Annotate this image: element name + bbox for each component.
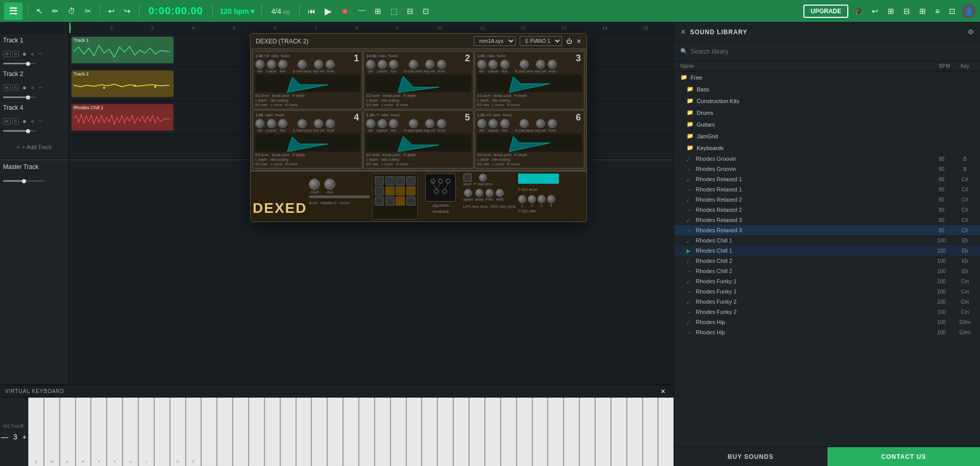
pad-10[interactable] [385,197,395,206]
sl-settings-icon[interactable]: ⚙ [968,28,974,36]
key-b4[interactable] [233,398,249,466]
key-c7[interactable] [469,398,485,466]
list-item[interactable]: ♩ Rhodes Relaxed 2 90 C# [674,194,980,205]
op-5-det[interactable] [366,119,375,128]
op-4-level[interactable] [326,119,335,128]
level-slider[interactable] [309,195,370,198]
peg-2-knob[interactable] [528,195,536,203]
list-item[interactable]: ♩ Rhodes Funky 1 100 Cm [674,276,980,286]
peg-1-knob[interactable] [518,195,526,203]
op-2-amod[interactable] [409,60,418,69]
op-4-det[interactable] [255,119,264,128]
user-avatar[interactable]: 👤 [962,4,976,18]
key-a5[interactable] [327,398,343,466]
tool-edit[interactable]: ⊟ [404,5,416,18]
track-2-wave[interactable]: 〰 [37,85,44,91]
folder-bass[interactable]: 📁 Bass [674,83,980,95]
track-2-solo[interactable]: S [12,84,19,91]
redo-button[interactable]: ↪ [121,5,134,18]
key-g3[interactable]: T [91,398,107,466]
list-item[interactable]: ▶ Rhodes Chill 1 100 Eb [674,246,980,256]
pad-11[interactable] [396,197,405,206]
scissors-tool[interactable]: ✂ [82,5,94,18]
history-tool[interactable]: ⏱ [65,5,79,17]
key-g7[interactable] [532,398,548,466]
track-1-mute[interactable]: M [3,51,11,57]
contact-us-button[interactable]: CONTACT US [827,447,980,466]
pad-4[interactable] [406,176,415,185]
key-d8[interactable] [595,398,611,466]
icon-layout3[interactable]: ⊞ [916,5,929,18]
key-e7[interactable] [501,398,517,466]
op-6-coarse[interactable] [488,119,498,128]
track-2-clip[interactable]: Track 2 [71,70,174,97]
sl-close-icon[interactable]: ✕ [680,28,686,36]
tool-extra[interactable]: ⊡ [420,5,432,18]
key-e6[interactable] [390,398,406,466]
track-2-settings[interactable]: ≡ [30,85,35,91]
reso-knob[interactable] [324,179,335,190]
track-1-wave[interactable]: 〰 [37,51,44,57]
search-input[interactable] [691,48,974,55]
op-3-level[interactable] [548,60,557,69]
transport-record[interactable]: ⏺ [338,5,352,17]
time-sig-display[interactable]: 4/4 sig [271,7,289,15]
lfo-delay-knob[interactable] [475,189,483,197]
op-1-fine[interactable] [278,60,287,69]
vk-close[interactable]: ✕ [657,386,669,397]
tool-wave[interactable]: 〰 [355,5,369,17]
op-6-level[interactable] [548,119,557,128]
peg-3-knob[interactable] [537,195,546,203]
list-item[interactable]: → Rhodes Relaxed 2 90 C# [674,205,980,215]
pad-7[interactable] [396,186,405,195]
key-e5[interactable] [280,398,296,466]
pad-2[interactable] [385,176,395,185]
track-4-solo[interactable]: S [12,118,19,125]
list-item[interactable]: ♩ Rhodes Relaxed 1 90 C# [674,174,980,184]
amd-knob[interactable] [496,189,504,197]
bpm-display[interactable]: 120 bpm ▾ [220,7,255,15]
master-volume[interactable] [3,180,44,182]
op-4-amod[interactable] [298,119,307,128]
op-1-level[interactable] [326,60,335,69]
op-2-fine[interactable] [389,60,398,69]
op-5-coarse[interactable] [378,119,387,128]
icon-layout2[interactable]: ⊟ [900,5,913,18]
buy-sounds-button[interactable]: BUY SOUNDS [674,447,827,466]
track-1-solo[interactable]: S [12,51,19,57]
op-5-fine[interactable] [389,119,398,128]
op-5-keyvel[interactable] [425,119,434,128]
pencil-tool[interactable]: ✏ [49,5,62,18]
op-4-fine[interactable] [278,119,287,128]
op-3-fine[interactable] [500,60,509,69]
key-f8[interactable] [627,398,643,466]
op-3-amod[interactable] [520,60,529,69]
icon-share[interactable]: ↩ [869,5,881,18]
icon-learn[interactable]: 🎓 [851,5,866,17]
key-f4[interactable]: P [186,398,202,466]
op-2-level[interactable] [437,60,446,69]
icon-mixer[interactable]: ≡ [932,5,943,17]
key-e8[interactable] [611,398,627,466]
track-2-volume[interactable] [3,96,36,98]
peg-4-knob[interactable] [547,195,555,203]
list-item[interactable]: ♩ Rhodes Chill 2 100 Eb [674,256,980,266]
select-tool[interactable]: ↖ [33,5,46,18]
list-item[interactable]: → Rhodes Relaxed 3 90 C# [674,225,980,235]
key-c4[interactable]: I [138,398,154,466]
op-1-coarse[interactable] [267,60,276,69]
pmd-knob[interactable] [485,189,494,197]
list-item[interactable]: → Rhodes Chill 2 100 Eb [674,266,980,276]
op-3-det[interactable] [477,60,486,69]
key-f3[interactable]: R [76,398,91,466]
track-4-arm[interactable]: ⏺ [20,118,28,125]
key-f5[interactable] [296,398,312,466]
list-item[interactable]: ♩ Rhodes Chill 1 100 Eb [674,235,980,246]
undo-button[interactable]: ↩ [105,5,118,18]
key-b3[interactable]: U [122,398,138,466]
list-item[interactable]: ♩ Rhodes Funky 2 100 Cm [674,297,980,307]
key-a8[interactable] [658,398,674,466]
track-1-settings[interactable]: ≡ [30,51,35,57]
track-4-volume[interactable] [3,130,36,132]
p-mod-sens-knob[interactable] [479,174,487,182]
